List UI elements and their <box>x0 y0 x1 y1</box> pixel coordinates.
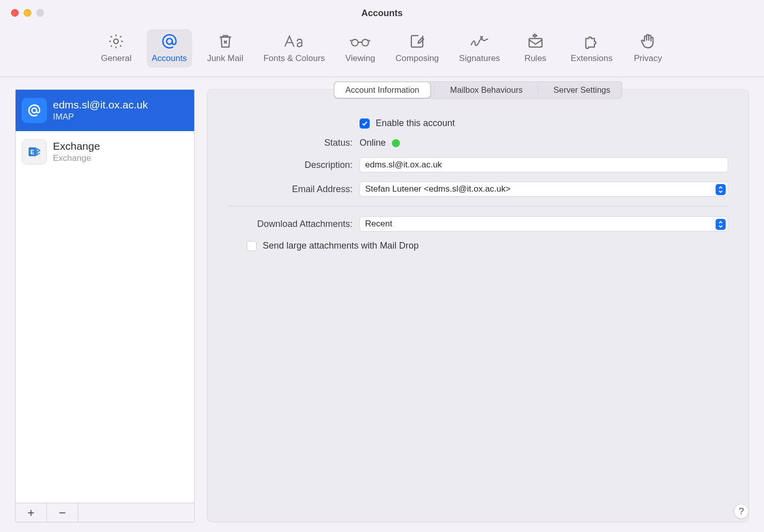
rules-envelope-icon <box>527 32 544 50</box>
puzzle-icon <box>583 32 600 50</box>
account-detail-panel: Account Information Mailbox Behaviours S… <box>207 89 749 522</box>
svg-point-3 <box>362 39 369 46</box>
toolbar-junk-mail[interactable]: Junk Mail <box>202 29 249 68</box>
toolbar-accounts[interactable]: Accounts <box>147 29 192 68</box>
at-badge-icon <box>22 98 47 123</box>
separator <box>434 85 435 95</box>
add-account-button[interactable]: + <box>16 503 47 522</box>
enable-account-checkbox[interactable] <box>360 119 370 129</box>
account-subtitle: Exchange <box>53 153 100 163</box>
status-value: Online <box>360 138 386 148</box>
toolbar-label: Viewing <box>345 53 375 64</box>
toolbar-privacy[interactable]: Privacy <box>628 29 668 68</box>
toolbar-label: Fonts & Colours <box>263 53 325 64</box>
panel-body: Enable this account Status: Online Descr… <box>207 90 748 275</box>
tab-account-information[interactable]: Account Information <box>334 82 431 98</box>
compose-icon <box>408 32 426 50</box>
toolbar-label: Accounts <box>152 53 187 64</box>
chevron-updown-icon <box>716 219 726 230</box>
toolbar-label: Rules <box>524 53 546 64</box>
tab-server-settings[interactable]: Server Settings <box>542 82 621 98</box>
account-name: edms.sl@it.ox.ac.uk <box>53 99 148 111</box>
description-label: Description: <box>227 160 352 170</box>
separator <box>538 85 538 95</box>
toolbar-general[interactable]: General <box>96 29 136 68</box>
accounts-list: edms.sl@it.ox.ac.uk IMAP E Exchange Exch… <box>16 90 194 503</box>
toolbar-label: Signatures <box>459 53 500 64</box>
toolbar-label: Composing <box>395 53 439 64</box>
toolbar-label: Extensions <box>571 53 613 64</box>
download-attachments-select[interactable]: Recent <box>360 216 728 231</box>
remove-account-button[interactable]: − <box>47 503 78 522</box>
account-name: Exchange <box>53 140 100 152</box>
download-attachments-value: Recent <box>365 219 392 229</box>
window-title: Accounts <box>0 8 764 19</box>
close-window-button[interactable] <box>11 9 19 17</box>
email-address-value: Stefan Lutener <edms.sl@it.ox.ac.uk> <box>365 184 510 194</box>
accounts-sidebar: edms.sl@it.ox.ac.uk IMAP E Exchange Exch… <box>15 89 195 522</box>
toolbar-label: General <box>101 53 131 64</box>
preferences-toolbar: General Accounts Junk Mail Fonts & Colou… <box>0 26 764 77</box>
download-attachments-label: Download Attachments: <box>227 219 352 229</box>
account-tabs: Account Information Mailbox Behaviours S… <box>333 81 623 99</box>
email-address-select[interactable]: Stefan Lutener <edms.sl@it.ox.ac.uk> <box>360 182 728 197</box>
exchange-badge-icon: E <box>22 139 47 164</box>
content: edms.sl@it.ox.ac.uk IMAP E Exchange Exch… <box>0 77 764 532</box>
toolbar-extensions[interactable]: Extensions <box>566 29 618 68</box>
window-controls <box>11 9 44 17</box>
trash-x-icon <box>217 32 234 50</box>
svg-point-0 <box>114 39 119 43</box>
signature-icon <box>468 32 491 50</box>
account-subtitle: IMAP <box>53 112 148 122</box>
mail-drop-label: Send large attachments with Mail Drop <box>263 241 419 251</box>
svg-point-1 <box>166 38 172 44</box>
svg-text:E: E <box>30 149 34 156</box>
svg-point-5 <box>32 108 36 112</box>
status-online-icon <box>392 139 400 147</box>
zoom-window-button[interactable] <box>36 9 44 17</box>
status-label: Status: <box>227 138 352 148</box>
enable-account-label: Enable this account <box>376 118 455 129</box>
toolbar-label: Junk Mail <box>207 53 244 64</box>
mail-drop-checkbox[interactable] <box>247 241 257 251</box>
toolbar-rules[interactable]: Rules <box>515 29 556 68</box>
description-input[interactable]: edms.sl@it.ox.ac.uk <box>360 157 728 172</box>
titlebar: Accounts <box>0 0 764 26</box>
svg-point-2 <box>352 39 359 46</box>
svg-rect-4 <box>529 38 542 47</box>
hand-icon <box>639 32 657 50</box>
glasses-icon <box>349 32 371 50</box>
toolbar-signatures[interactable]: Signatures <box>454 29 505 68</box>
toolbar-fonts-colours[interactable]: Fonts & Colours <box>258 29 330 68</box>
email-address-label: Email Address: <box>227 184 352 195</box>
fonts-icon <box>283 32 305 50</box>
toolbar-viewing[interactable]: Viewing <box>340 29 380 68</box>
at-icon <box>161 32 178 50</box>
gear-icon <box>107 32 125 50</box>
toolbar-label: Privacy <box>634 53 662 64</box>
minimize-window-button[interactable] <box>24 9 31 17</box>
chevron-updown-icon <box>716 184 726 195</box>
accounts-footer: + − <box>16 503 194 522</box>
account-row-exchange[interactable]: E Exchange Exchange <box>16 131 194 172</box>
description-value: edms.sl@it.ox.ac.uk <box>365 160 442 170</box>
divider <box>227 206 728 206</box>
help-button[interactable]: ? <box>734 504 749 519</box>
tab-mailbox-behaviours[interactable]: Mailbox Behaviours <box>439 82 534 98</box>
toolbar-composing[interactable]: Composing <box>390 29 444 68</box>
account-row-imap[interactable]: edms.sl@it.ox.ac.uk IMAP <box>16 90 194 131</box>
